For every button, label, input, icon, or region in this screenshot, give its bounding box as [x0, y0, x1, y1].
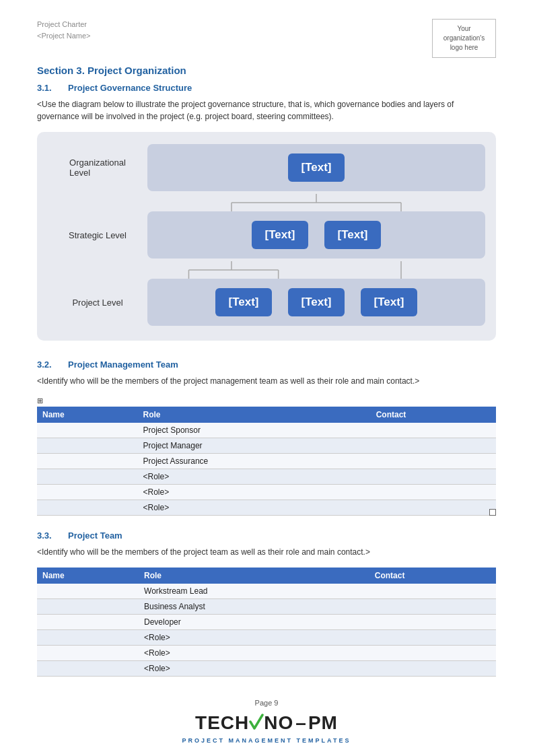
table-cell: Project Manager: [138, 438, 371, 454]
org-band-level2: [Text] [Text]: [147, 211, 485, 259]
table-cell: Project Sponsor: [138, 423, 371, 438]
sub-section-31-title: 3.1. Project Governance Structure: [37, 83, 496, 93]
table-32-col-name: Name: [37, 407, 138, 423]
table-cell: [369, 584, 496, 599]
org-node-3-3[interactable]: [Text]: [361, 288, 417, 316]
table-cell: [369, 615, 496, 630]
table-cell: [37, 438, 138, 454]
org-nodes-level1: [Text]: [154, 153, 478, 182]
table-cell: <Role>: [138, 500, 371, 516]
connector-svg-2: [147, 261, 485, 279]
table-row: Project Manager: [37, 438, 496, 454]
org-row-level1: OrganizationalLevel [Text]: [48, 144, 485, 191]
table-cell: [37, 630, 139, 646]
org-label-project: Project Level: [48, 279, 147, 326]
org-node-3-2[interactable]: [Text]: [288, 288, 345, 316]
logo-box: Your organization's logo here: [432, 19, 496, 58]
brand-techno: TECH: [195, 712, 249, 734]
footer-logo: TECH NO – PM: [195, 710, 338, 736]
footer: Page 9 TECH NO – PM PROJECT MANAGEMENT T…: [0, 699, 533, 744]
connector-1-2: [147, 194, 485, 211]
org-node-3-1[interactable]: [Text]: [215, 288, 272, 316]
table-cell: <Role>: [138, 469, 371, 485]
table-32: Name Role Contact Project SponsorProject…: [37, 407, 496, 516]
table-row: Project Sponsor: [37, 423, 496, 438]
section-3-title: Section 3. Project Organization: [37, 65, 496, 76]
org-node-2-2[interactable]: [Text]: [324, 221, 381, 249]
expand-icon-32[interactable]: ⊞: [37, 397, 496, 405]
table-32-wrapper: ⊞ Name Role Contact Project SponsorProje…: [37, 397, 496, 516]
table-cell: [371, 438, 496, 454]
table-cell: [37, 661, 139, 677]
org-chart: OrganizationalLevel [Text]: [37, 132, 496, 341]
sub-31-number: 3.1.: [37, 83, 57, 93]
sub-33-description: <Identify who will be the members of the…: [37, 546, 496, 558]
table-cell: [37, 615, 139, 630]
table-33-col-name: Name: [37, 568, 139, 584]
table-33: Name Role Contact Workstream LeadBusines…: [37, 568, 496, 677]
table-33-wrapper: Name Role Contact Workstream LeadBusines…: [37, 568, 496, 677]
footer-page: Page 9: [255, 699, 279, 707]
table-row: <Role>: [37, 500, 496, 516]
table-cell: [37, 423, 138, 438]
sub-section-32-title: 3.2. Project Management Team: [37, 359, 496, 370]
table-32-col-contact: Contact: [371, 407, 496, 423]
table-cell: Developer: [139, 615, 369, 630]
content: Section 3. Project Organization 3.1. Pro…: [0, 65, 533, 677]
sub-section-33-title: 3.3. Project Team: [37, 530, 496, 541]
org-node-2-1[interactable]: [Text]: [252, 221, 308, 249]
org-band-level3: [Text] [Text] [Text]: [147, 279, 485, 326]
org-node-1-1[interactable]: [Text]: [288, 153, 345, 182]
table-row: Developer: [37, 615, 496, 630]
org-band-level1: [Text]: [147, 144, 485, 191]
table-cell: [37, 500, 138, 516]
table-cell: [37, 454, 138, 469]
table-cell: <Role>: [139, 646, 369, 661]
table-cell: <Role>: [139, 661, 369, 677]
table-cell: [369, 661, 496, 677]
page: Project Charter <Project Name> Your orga…: [0, 0, 533, 756]
table-row: <Role>: [37, 646, 496, 661]
brand-pm: PM: [308, 712, 338, 734]
table-33-header-row: Name Role Contact: [37, 568, 496, 584]
table-row: Workstream Lead: [37, 584, 496, 599]
table-cell: [371, 469, 496, 485]
org-label-strategic: Strategic Level: [48, 211, 147, 259]
table-cell: <Role>: [138, 485, 371, 500]
table-cell: [37, 469, 138, 485]
doc-type: Project Charter: [37, 19, 90, 30]
table-row: Business Analyst: [37, 599, 496, 615]
table-cell: [371, 423, 496, 438]
table-cell: Project Assurance: [138, 454, 371, 469]
table-row: <Role>: [37, 469, 496, 485]
org-row-level2: Strategic Level [Text] [Text]: [48, 211, 485, 259]
table-row: <Role>: [37, 485, 496, 500]
header: Project Charter <Project Name> Your orga…: [0, 0, 533, 65]
resize-handle-32[interactable]: [489, 509, 496, 516]
table-33-col-role: Role: [139, 568, 369, 584]
table-cell: Workstream Lead: [139, 584, 369, 599]
table-cell: [37, 646, 139, 661]
header-doc-info: Project Charter <Project Name>: [37, 19, 90, 41]
table-cell: [371, 485, 496, 500]
table-cell: [369, 599, 496, 615]
org-nodes-level3: [Text] [Text] [Text]: [154, 288, 478, 316]
table-row: <Role>: [37, 661, 496, 677]
project-name: <Project Name>: [37, 30, 90, 42]
connector-2-3: [147, 261, 485, 279]
checkmark-icon: [249, 710, 264, 734]
sub-31-label: Project Governance Structure: [68, 83, 192, 93]
org-row-level3: Project Level [Text] [Text] [Text]: [48, 279, 485, 326]
brand-dash: –: [295, 712, 306, 734]
table-cell: [371, 454, 496, 469]
table-33-col-contact: Contact: [369, 568, 496, 584]
brand-no: NO: [264, 712, 293, 734]
sub-33-label: Project Team: [68, 530, 122, 541]
table-cell: Business Analyst: [139, 599, 369, 615]
table-cell: <Role>: [139, 630, 369, 646]
footer-sub: PROJECT MANAGEMENT TEMPLATES: [182, 737, 351, 744]
sub-31-description: <Use the diagram below to illustrate the…: [37, 98, 496, 123]
sub-32-label: Project Management Team: [68, 359, 178, 370]
table-cell: [369, 646, 496, 661]
connector-svg-1: [147, 194, 485, 211]
